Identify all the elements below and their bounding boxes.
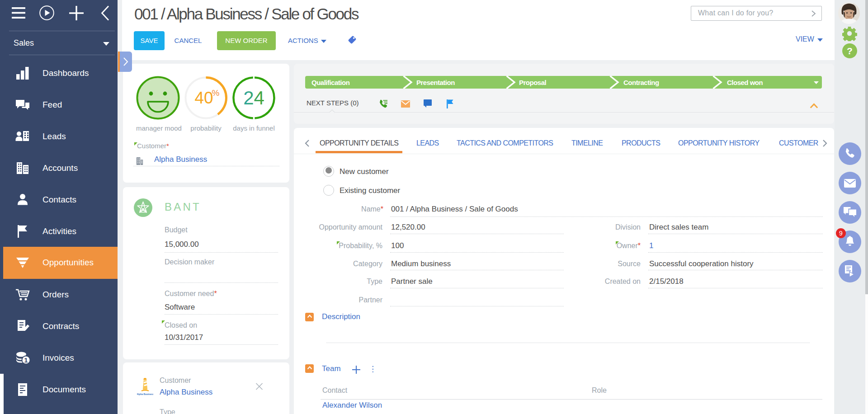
svg-text:Presentation: Presentation [416,79,455,86]
svg-text:?: ? [847,46,853,56]
svg-text:1: 1 [24,356,28,364]
svg-text:Proposal: Proposal [519,79,547,86]
svg-text:Qualification: Qualification [311,79,350,86]
svg-text:Alpha Business: Alpha Business [137,393,153,395]
svg-text:Contracting: Contracting [623,79,659,86]
svg-text:24: 24 [243,87,264,108]
svg-text:40: 40 [194,89,213,107]
svg-text:%: % [212,88,220,98]
svg-text:Closed won: Closed won [727,79,763,86]
